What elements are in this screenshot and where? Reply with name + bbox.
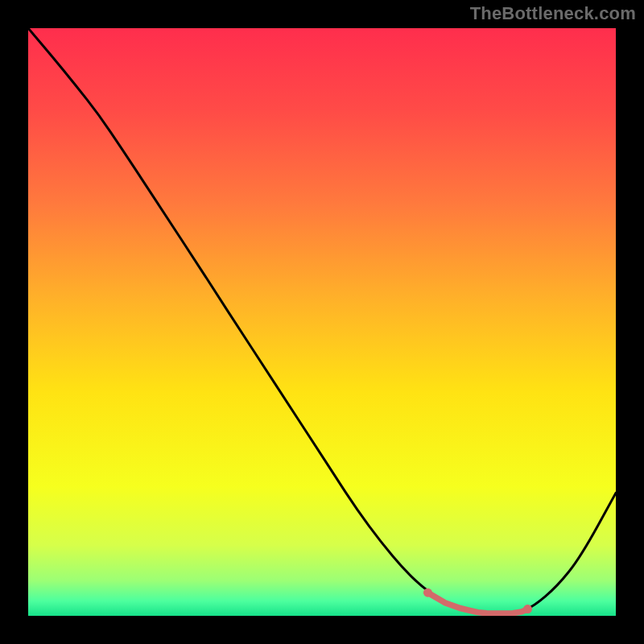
highlight-dot <box>423 588 432 597</box>
gradient-background <box>28 28 616 616</box>
highlight-dot <box>523 605 532 613</box>
chart-plot-area <box>28 28 616 616</box>
watermark-text: TheBottleneck.com <box>470 3 636 24</box>
chart-svg <box>28 28 616 616</box>
